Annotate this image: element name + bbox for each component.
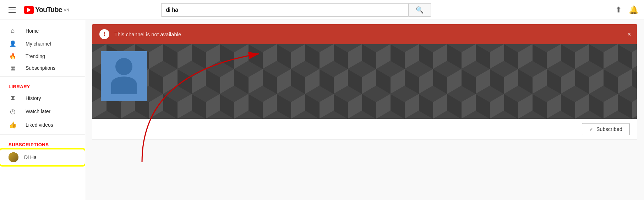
avatar-image bbox=[9, 152, 18, 162]
main-content: ! This channel is not available. × bbox=[85, 20, 644, 200]
avatar bbox=[9, 152, 18, 162]
trending-icon: 🔥 bbox=[9, 53, 17, 59]
liked-videos-icon: 👍 bbox=[9, 121, 17, 129]
channel-avatar bbox=[101, 51, 147, 101]
sidebar-item-label: Liked videos bbox=[26, 122, 53, 128]
subscribed-button[interactable]: ✓ Subscribed bbox=[582, 123, 630, 135]
sidebar-item-liked-videos[interactable]: 👍 Liked videos bbox=[0, 118, 85, 132]
subscribed-label: Subscribed bbox=[596, 126, 622, 132]
subscription-item-di-ha[interactable]: Di Ha bbox=[0, 149, 85, 165]
upload-icon[interactable]: ⬆ bbox=[615, 5, 622, 15]
logo[interactable]: YouTubeVN bbox=[24, 6, 69, 14]
sidebar-item-label: Subscriptions bbox=[26, 65, 55, 71]
sidebar-item-label: Trending bbox=[26, 53, 45, 59]
channel-avatar-wrap bbox=[101, 51, 147, 101]
channel-info-bar: ✓ Subscribed bbox=[92, 119, 637, 140]
play-icon bbox=[27, 7, 31, 12]
avatar-person-shape bbox=[111, 58, 137, 94]
sidebar-item-label: My channel bbox=[26, 41, 51, 47]
avatar-head-shape bbox=[115, 58, 132, 75]
search-bar: 🔍 bbox=[161, 3, 431, 17]
logo-text: YouTube bbox=[35, 6, 62, 14]
subscription-label: Di Ha bbox=[24, 154, 37, 160]
watch-later-icon: ◷ bbox=[9, 107, 17, 115]
avatar-body-shape bbox=[111, 77, 137, 94]
header: YouTubeVN 🔍 ⬆ 🔔 bbox=[0, 0, 644, 20]
subscriptions-icon: ▦ bbox=[9, 65, 17, 71]
banner-pattern bbox=[92, 44, 637, 119]
person-icon: 👤 bbox=[9, 40, 17, 47]
logo-vn: VN bbox=[64, 8, 69, 12]
sidebar-item-label: History bbox=[26, 95, 41, 101]
error-message: This channel is not available. bbox=[114, 31, 183, 37]
search-button[interactable]: 🔍 bbox=[408, 3, 431, 17]
layout: ⌂ Home 👤 My channel 🔥 Trending ▦ Subscri… bbox=[0, 20, 644, 200]
home-icon: ⌂ bbox=[9, 27, 17, 35]
hamburger-menu-button[interactable] bbox=[6, 4, 18, 16]
channel-banner bbox=[92, 44, 637, 119]
notifications-bell-icon[interactable]: 🔔 bbox=[629, 5, 638, 15]
search-input[interactable] bbox=[161, 3, 408, 17]
subscriptions-section-title: SUBSCRIPTIONS bbox=[0, 138, 85, 149]
search-icon: 🔍 bbox=[416, 6, 424, 14]
sidebar-item-watch-later[interactable]: ◷ Watch later bbox=[0, 105, 85, 118]
header-left: YouTubeVN bbox=[6, 4, 69, 16]
sidebar-divider bbox=[0, 77, 85, 77]
header-right: ⬆ 🔔 bbox=[615, 5, 638, 15]
sidebar-item-home[interactable]: ⌂ Home bbox=[0, 24, 85, 37]
youtube-logo-icon bbox=[24, 6, 34, 14]
error-icon: ! bbox=[99, 29, 109, 39]
error-close-button[interactable]: × bbox=[627, 31, 631, 38]
library-section-title: LIBRARY bbox=[0, 80, 85, 91]
sidebar: ⌂ Home 👤 My channel 🔥 Trending ▦ Subscri… bbox=[0, 20, 85, 200]
sidebar-item-label: Watch later bbox=[26, 109, 50, 114]
sidebar-item-subscriptions[interactable]: ▦ Subscriptions bbox=[0, 62, 85, 74]
sidebar-item-label: Home bbox=[26, 28, 39, 34]
sidebar-item-my-channel[interactable]: 👤 My channel bbox=[0, 37, 85, 50]
error-banner: ! This channel is not available. × bbox=[92, 24, 637, 44]
sidebar-item-trending[interactable]: 🔥 Trending bbox=[0, 50, 85, 62]
sidebar-item-history[interactable]: ⧗ History bbox=[0, 91, 85, 105]
channel-area: ✓ Subscribed bbox=[92, 44, 637, 140]
check-icon: ✓ bbox=[589, 126, 594, 132]
history-icon: ⧗ bbox=[9, 94, 17, 102]
sidebar-divider-2 bbox=[0, 135, 85, 135]
